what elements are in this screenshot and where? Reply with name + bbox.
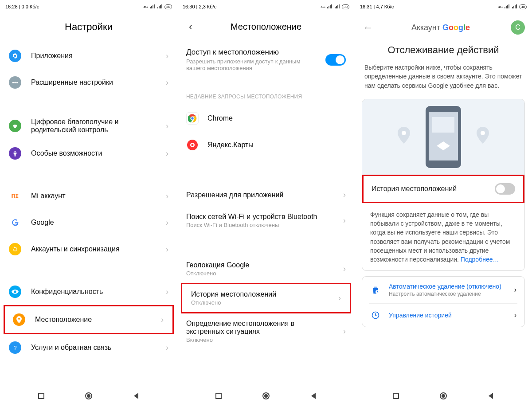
google-account-screen: 16:31 | 4,7 Кб/с 4G 30 ← Аккаунт Google … [355, 0, 532, 407]
card-body-text: Функция сохраняет данные о том, где вы п… [362, 203, 524, 266]
screen-header: ‹ Местоположение [177, 13, 355, 41]
row-emergency-location[interactable]: Определение местоположения вэкстренных с… [177, 313, 355, 349]
row-label: Цифровое благополучие иродительский конт… [31, 118, 162, 134]
nav-back[interactable] [132, 391, 141, 400]
row-label: Услуги и обратная связь [31, 344, 162, 352]
history-icon [370, 310, 381, 321]
chevron-right-icon: › [343, 216, 346, 225]
nav-back[interactable] [486, 391, 495, 400]
learn-more-link[interactable]: Подробнее… [461, 256, 499, 263]
row-sub: Отключено [191, 299, 335, 306]
nav-recents[interactable] [391, 391, 400, 400]
row-apps[interactable]: Приложения › [0, 43, 177, 69]
row-sub: Включено [186, 337, 340, 343]
header-title: Аккаунт Google [374, 23, 507, 32]
row-label: Геолокация Google [186, 261, 340, 269]
status-bar: 16:28 | 0,0 Кб/с 4G 30 [0, 0, 177, 13]
row-wifi-bluetooth[interactable]: Поиск сетей Wi-Fi и устройств BluetoothП… [177, 207, 355, 235]
page-title: Отслеживание действий [355, 39, 532, 63]
nav-recents[interactable] [37, 391, 46, 400]
toggle-switch-on[interactable] [325, 54, 346, 66]
nav-home[interactable] [262, 391, 270, 400]
chevron-right-icon: › [166, 78, 168, 87]
location-history-toggle[interactable]: История местоположений [362, 175, 524, 203]
status-speed: 2,3 Кб/с [199, 4, 217, 9]
location-screen: 16:30 | 2,3 Кб/с 4G 30 ‹ Местоположение … [177, 0, 355, 407]
row-label: Google [31, 219, 162, 227]
nav-back[interactable] [309, 391, 318, 400]
row-label: Аккаунты и синхронизация [31, 245, 162, 253]
nav-home[interactable] [84, 391, 93, 400]
recent-app-yandex[interactable]: Яндекс.Карты [177, 132, 355, 158]
row-label: Разрешения для приложений [186, 191, 340, 199]
chevron-right-icon: › [166, 287, 168, 297]
location-history-card: История местоположений Функция сохраняет… [362, 99, 525, 271]
location-access-toggle[interactable]: Доступ к местоположению Разрешить прилож… [177, 41, 355, 74]
page-title: Настройки [0, 13, 177, 43]
svg-point-18 [481, 131, 485, 135]
row-label: Приложения [31, 52, 162, 60]
nav-recents[interactable] [214, 391, 223, 400]
row-location[interactable]: Местоположение › [4, 305, 174, 334]
row-mi-account[interactable]: ΠI Mi аккаунт › [0, 183, 177, 209]
chevron-right-icon: › [166, 149, 168, 158]
header-title: Местоположение [197, 22, 348, 32]
row-privacy[interactable]: Конфиденциальность › [0, 278, 177, 305]
accessibility-icon [9, 147, 21, 160]
google-icon [9, 216, 21, 229]
page-description: Выберите настройки ниже, чтобы сохранять… [355, 63, 532, 99]
row-location-history[interactable]: История местоположенийОтключено › [181, 283, 351, 313]
eye-icon [9, 286, 21, 298]
row-google-geolocation[interactable]: Геолокация GoogleОтключено › [177, 255, 355, 283]
row-label: Поиск сетей Wi-Fi и устройств Bluetooth [186, 213, 340, 221]
chevron-right-icon: › [166, 121, 168, 131]
row-app-permissions[interactable]: Разрешения для приложений › [177, 183, 355, 207]
svg-rect-1 [39, 393, 44, 399]
row-auto-delete[interactable]: Автоматическое удаление (отключено)Настр… [362, 277, 524, 303]
help-icon: ? [9, 341, 21, 354]
status-bar: 16:31 | 4,7 Кб/с 4G 30 [355, 0, 532, 13]
row-label: Конфиденциальность [31, 288, 162, 296]
avatar[interactable]: С [511, 20, 525, 35]
chevron-right-icon: › [343, 264, 346, 274]
mi-icon: ΠI [9, 190, 21, 202]
back-button[interactable]: ‹ [184, 20, 197, 33]
row-feedback[interactable]: ? Услуги и обратная связь › [0, 334, 177, 361]
status-time: 16:28 [5, 4, 18, 9]
net-label: 4G [143, 5, 148, 9]
net-label: 4G [498, 5, 503, 9]
toggle-label: Доступ к местоположению [186, 48, 319, 57]
row-accounts-sync[interactable]: Аккаунты и синхронизация › [0, 236, 177, 262]
status-bar: 16:30 | 2,3 Кб/с 4G 30 [177, 0, 355, 13]
svg-point-0 [15, 151, 16, 152]
chevron-right-icon: › [166, 192, 168, 201]
toggle-switch-off[interactable] [495, 183, 515, 195]
status-speed: 4,7 Кб/с [376, 4, 394, 9]
row-google[interactable]: Google › [0, 209, 177, 236]
signal-icon [149, 4, 156, 9]
illustration [362, 99, 524, 175]
row-label: Расширенные настройки [31, 78, 162, 86]
app-label: Chrome [207, 114, 233, 122]
chevron-right-icon: › [166, 343, 168, 352]
recent-app-chrome[interactable]: Chrome [177, 105, 355, 132]
status-time: 16:31 [360, 4, 372, 9]
row-sub: Поиск Wi-Fi и Bluetooth отключены [186, 222, 340, 228]
row-label: Mi аккаунт [31, 192, 162, 200]
nav-home[interactable] [439, 391, 448, 400]
status-speed: 0,0 Кб/с [22, 4, 39, 9]
row-advanced[interactable]: ••• Расширенные настройки › [0, 69, 177, 96]
chevron-right-icon: › [514, 311, 516, 319]
nav-bar [0, 385, 177, 407]
back-button[interactable]: ← [362, 21, 374, 34]
chevron-right-icon: › [161, 315, 164, 325]
auto-delete-icon [370, 285, 381, 295]
section-header: НЕДАВНИЕ ЗАПРОСЫ МЕСТОПОЛОЖЕНИЯ [177, 90, 355, 105]
nav-bar [355, 385, 532, 407]
row-accessibility[interactable]: Особые возможности › [0, 140, 177, 167]
chevron-right-icon: › [338, 294, 341, 303]
row-manage-history[interactable]: Управление историей › [362, 304, 524, 327]
row-wellbeing[interactable]: Цифровое благополучие иродительский конт… [0, 112, 177, 140]
screen-header: ← Аккаунт Google С [355, 13, 532, 39]
apps-icon [9, 50, 21, 62]
